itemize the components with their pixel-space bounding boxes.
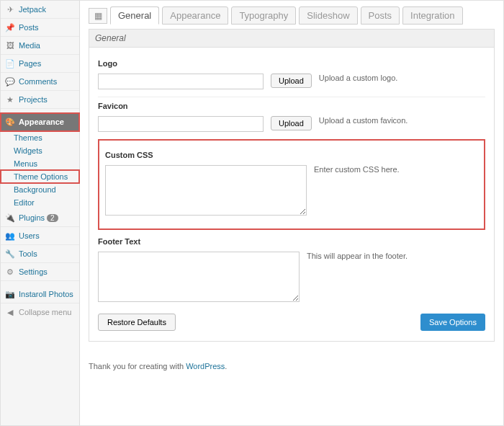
label: Settings <box>19 267 48 276</box>
logo-hint: Upload a custom logo. <box>319 74 397 82</box>
footer-label: Footer Text <box>98 237 485 246</box>
wordpress-link[interactable]: WordPress <box>186 362 225 370</box>
label: Instaroll Photos <box>19 290 73 298</box>
subitem-widgets[interactable]: Widgets <box>1 144 79 157</box>
collapse-icon: ◀ <box>5 307 15 317</box>
subitem-editor[interactable]: Editor <box>1 196 79 209</box>
subitem-menus[interactable]: Menus <box>1 157 79 170</box>
favicon-input[interactable] <box>98 116 264 132</box>
pin-icon: 📌 <box>5 22 15 32</box>
photo-icon: 📷 <box>5 289 15 299</box>
sidebar-item-jetpack[interactable]: ✈Jetpack <box>1 1 79 19</box>
tab-typography[interactable]: Typography <box>231 6 296 25</box>
logo-upload-button[interactable]: Upload <box>271 74 312 88</box>
label: Plugins <box>19 213 45 222</box>
label: Tools <box>19 249 37 258</box>
collapse-menu[interactable]: ◀Collapse menu <box>1 303 79 321</box>
media-icon: 🖼 <box>5 40 15 50</box>
footer-credit: Thank you for creating with WordPress. <box>89 362 495 370</box>
css-hint: Enter custom CSS here. <box>314 165 400 174</box>
plugin-icon: 🔌 <box>5 213 15 223</box>
sidebar-item-posts[interactable]: 📌Posts <box>1 19 79 37</box>
label: Comments <box>19 77 57 86</box>
panel-title: General <box>89 29 495 48</box>
tab-appearance[interactable]: Appearance <box>162 6 228 25</box>
plugin-badge: 2 <box>47 214 58 222</box>
settings-icon: ⚙ <box>5 267 15 277</box>
sidebar-item-instaroll[interactable]: 📷Instaroll Photos <box>1 285 79 303</box>
sidebar-item-tools[interactable]: 🔧Tools <box>1 245 79 263</box>
label: Appearance <box>19 117 64 126</box>
credit-text: Thank you for creating with <box>89 362 186 370</box>
label: Jetpack <box>19 5 46 14</box>
tab-slideshow[interactable]: Slideshow <box>299 6 357 25</box>
label: Posts <box>19 23 39 32</box>
comment-icon: 💬 <box>5 76 15 86</box>
page-icon: 📄 <box>5 58 15 68</box>
jetpack-icon: ✈ <box>5 4 15 14</box>
label: Pages <box>19 59 41 68</box>
sidebar-item-users[interactable]: 👥Users <box>1 227 79 245</box>
footer-hint: This will appear in the footer. <box>307 252 408 260</box>
main-content: ▦ General Appearance Typography Slidesho… <box>80 1 503 425</box>
logo-input[interactable] <box>98 74 264 89</box>
restore-defaults-button[interactable]: Restore Defaults <box>98 314 176 331</box>
layout-icon: ▦ <box>89 8 107 24</box>
label: Projects <box>19 95 48 104</box>
logo-label: Logo <box>98 59 485 68</box>
tab-posts[interactable]: Posts <box>361 6 400 25</box>
sidebar-item-plugins[interactable]: 🔌Plugins2 <box>1 209 79 227</box>
label: Media <box>19 41 40 50</box>
admin-sidebar: ✈Jetpack 📌Posts 🖼Media 📄Pages 💬Comments … <box>1 1 80 425</box>
subitem-background[interactable]: Background <box>1 183 79 196</box>
tab-integration[interactable]: Integration <box>402 6 462 25</box>
general-panel: Logo Upload Upload a custom logo. Favico… <box>89 48 495 342</box>
save-options-button[interactable]: Save Options <box>420 314 485 331</box>
tab-general[interactable]: General <box>110 6 159 25</box>
favicon-upload-button[interactable]: Upload <box>271 116 312 130</box>
css-textarea[interactable] <box>105 165 307 216</box>
sidebar-item-projects[interactable]: ★Projects <box>1 91 79 109</box>
sidebar-item-settings[interactable]: ⚙Settings <box>1 263 79 281</box>
sidebar-item-comments[interactable]: 💬Comments <box>1 73 79 91</box>
tools-icon: 🔧 <box>5 249 15 259</box>
users-icon: 👥 <box>5 231 15 241</box>
footer-textarea[interactable] <box>98 252 300 302</box>
sidebar-item-pages[interactable]: 📄Pages <box>1 55 79 73</box>
tabs: ▦ General Appearance Typography Slidesho… <box>89 6 495 25</box>
appearance-icon: 🎨 <box>5 117 15 127</box>
custom-css-section: Custom CSS Enter custom CSS here. <box>98 139 485 230</box>
css-label: Custom CSS <box>105 151 478 159</box>
label: Users <box>19 231 40 240</box>
subitem-theme-options[interactable]: Theme Options <box>1 170 79 183</box>
favicon-label: Favicon <box>98 102 485 110</box>
favicon-hint: Upload a custom favicon. <box>319 116 408 125</box>
star-icon: ★ <box>5 94 15 105</box>
label: Collapse menu <box>19 308 71 316</box>
sidebar-item-media[interactable]: 🖼Media <box>1 37 79 55</box>
subitem-themes[interactable]: Themes <box>1 131 79 144</box>
sidebar-item-appearance[interactable]: 🎨Appearance <box>1 113 79 131</box>
